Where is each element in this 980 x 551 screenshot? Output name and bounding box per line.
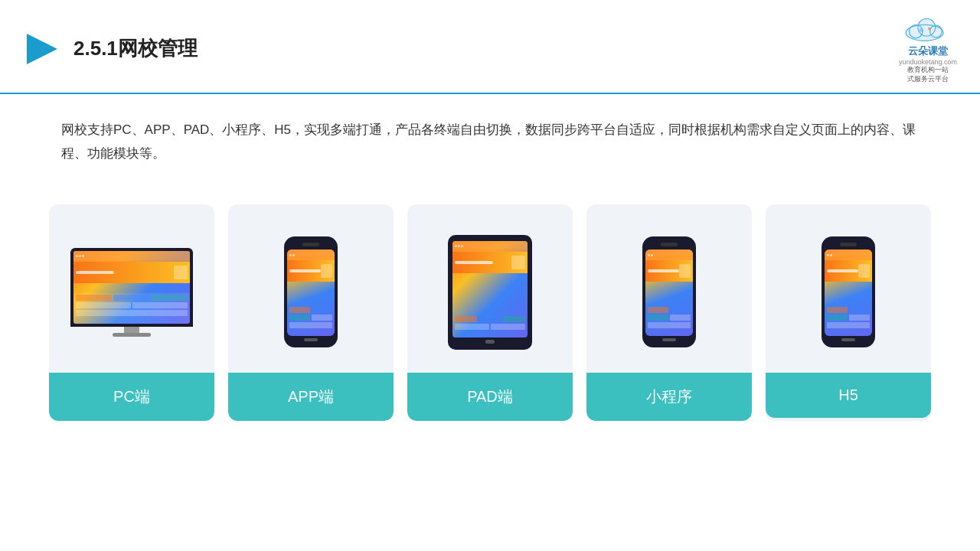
phone-home-app xyxy=(304,338,318,341)
phone-screen-h5 xyxy=(825,249,872,336)
h5-home xyxy=(841,338,855,341)
description-content: 网校支持PC、APP、PAD、小程序、H5，实现多端打通，产品各终端自由切换，数… xyxy=(61,119,919,165)
h5-phone-mockup xyxy=(822,236,875,347)
page-title: 2.5.1网校管理 xyxy=(74,35,198,62)
play-icon xyxy=(23,30,61,68)
logo-icon xyxy=(901,14,955,44)
card-miniapp: 小程序 xyxy=(586,204,752,421)
header: 2.5.1网校管理 云朵课堂 yunduoketang.com 教育机构一站式服… xyxy=(0,0,980,94)
card-pc: PC端 xyxy=(49,204,214,421)
card-pad: PAD端 xyxy=(407,204,573,421)
app-phone-mockup xyxy=(284,236,338,347)
miniapp-mockup-container xyxy=(586,204,752,373)
description-text: 网校支持PC、APP、PAD、小程序、H5，实现多端打通，产品各终端自由切换，数… xyxy=(0,94,980,173)
label-app: APP端 xyxy=(228,373,394,421)
miniapp-notch xyxy=(661,243,678,246)
logo-area: 云朵课堂 yunduoketang.com 教育机构一站式服务云平台 xyxy=(899,14,957,83)
logo-sub: yunduoketang.com xyxy=(899,58,957,66)
svg-point-9 xyxy=(920,28,923,32)
pc-mockup xyxy=(67,248,197,337)
miniapp-phone-mockup xyxy=(642,236,696,347)
label-h5: H5 xyxy=(766,373,931,418)
logo-name: 云朵课堂 xyxy=(908,44,948,58)
card-h5: H5 xyxy=(766,204,931,421)
label-pad: PAD端 xyxy=(407,373,573,421)
phone-notch xyxy=(302,243,319,246)
tablet-screen xyxy=(452,241,528,337)
pc-screen xyxy=(74,251,190,324)
pad-mockup-container xyxy=(407,204,573,373)
header-left: 2.5.1网校管理 xyxy=(23,30,198,68)
h5-notch xyxy=(840,243,857,246)
svg-marker-0 xyxy=(27,34,57,64)
pc-stand xyxy=(113,333,151,337)
tablet-mockup xyxy=(448,235,532,350)
tablet-home xyxy=(485,340,495,344)
phone-screen-app xyxy=(287,249,335,336)
pc-base xyxy=(124,327,139,333)
card-app: APP端 xyxy=(228,204,394,421)
pc-screen-outer xyxy=(70,248,193,327)
h5-mockup-container xyxy=(766,204,931,373)
logo-tagline: 教育机构一站式服务云平台 xyxy=(907,66,949,83)
svg-point-10 xyxy=(928,28,931,31)
phone-screen-miniapp xyxy=(645,249,693,336)
app-mockup-container xyxy=(228,204,394,373)
miniapp-home xyxy=(662,338,676,341)
cards-container: PC端 xyxy=(0,181,980,436)
label-pc: PC端 xyxy=(49,373,214,421)
label-miniapp: 小程序 xyxy=(586,373,752,421)
pc-mockup-container xyxy=(49,204,214,373)
